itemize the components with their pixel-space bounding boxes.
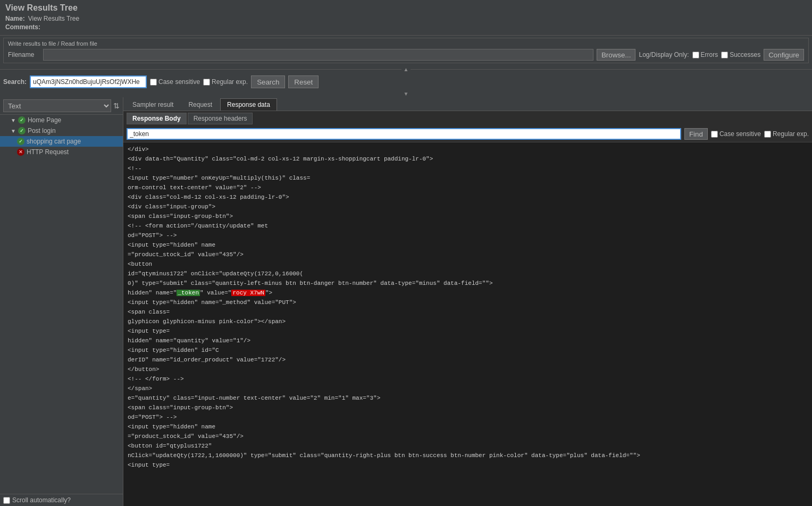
response-line: <input type="hidden" name="_method" valu… — [125, 298, 810, 307]
scroll-auto-label: Scroll automatically? — [12, 496, 71, 504]
write-results-title: Write results to file / Read from file — [8, 40, 804, 47]
write-results-section: Write results to file / Read from file F… — [3, 38, 809, 63]
response-search-input[interactable] — [127, 128, 681, 140]
comments-label: Comments: — [5, 23, 40, 31]
search-input[interactable] — [30, 75, 147, 88]
sidebar-header: Text HTML JSON XML ⇅ — [0, 97, 123, 115]
status-red-icon: ✕ — [17, 148, 24, 156]
search-button[interactable]: Search — [251, 75, 285, 88]
search-section: Search: Case sensitive Regular exp. Sear… — [0, 73, 812, 90]
response-line: ="product_stock_id" value="435"/> — [125, 250, 810, 259]
regex-checkbox[interactable] — [203, 79, 210, 86]
response-line: <!-- — [125, 164, 810, 173]
response-line: 0)" type="submit" class="quantity-left-m… — [125, 279, 810, 288]
filename-input[interactable] — [43, 49, 593, 61]
response-line: hidden" name="quantity" value="1"/> — [125, 336, 810, 345]
response-search-row: Find Case sensitive Regular exp. — [123, 126, 812, 142]
response-case-sensitive-label[interactable]: Case sensitive — [711, 130, 761, 138]
errors-checkbox[interactable] — [692, 52, 699, 58]
app-container: View Results Tree Name: View Results Tre… — [0, 0, 812, 506]
reset-button[interactable]: Reset — [288, 75, 319, 88]
name-label: Name: — [5, 15, 25, 22]
case-sensitive-label[interactable]: Case sensitive — [150, 78, 200, 86]
response-line: e="quantity" class="input-number text-ce… — [125, 393, 810, 403]
sub-tab-response-body[interactable]: Response Body — [127, 113, 187, 124]
response-line: <span class="input-group-btn"> — [125, 212, 810, 221]
response-line: <!-- <form action="/quantity/update" met — [125, 221, 810, 231]
tree-toggle-icon: ▼ — [11, 117, 16, 123]
response-line: <!-- </form> --> — [125, 374, 810, 384]
tab-sampler-result[interactable]: Sampler result — [125, 98, 180, 111]
divider-arrow-icon: ▲ — [401, 66, 411, 72]
errors-checkbox-label[interactable]: Errors — [692, 51, 718, 58]
scroll-auto-checkbox[interactable] — [3, 497, 10, 504]
regex-label[interactable]: Regular exp. — [203, 78, 248, 86]
response-case-sensitive-checkbox[interactable] — [711, 131, 718, 138]
name-value: View Results Tree — [28, 15, 80, 22]
sidebar-item-http-request[interactable]: ✕ HTTP Request — [0, 147, 123, 157]
header: View Results Tree Name: View Results Tre… — [0, 0, 812, 36]
response-line: <div class="col-md-12 col-xs-12 padding-… — [125, 192, 810, 202]
content-area: Text HTML JSON XML ⇅ ▼ ✓ Home Page ▼ ✓ — [0, 97, 812, 506]
sub-tabs: Response Body Response headers — [123, 111, 812, 126]
tab-response-data[interactable]: Response data — [220, 98, 277, 111]
token-highlight: _token — [177, 290, 200, 296]
response-regex-text: Regular exp. — [773, 130, 809, 138]
response-line: orm-control text-center" value="2" --> — [125, 183, 810, 192]
right-panel: Sampler result Request Response data Res… — [123, 97, 812, 506]
response-line: <input type= — [125, 326, 810, 336]
sidebar-item-shopping-cart[interactable]: ✓ shopping cart page — [0, 136, 123, 147]
sidebar-item-label: Home Page — [28, 116, 61, 124]
status-green-icon: ✓ — [17, 138, 24, 145]
case-sensitive-text: Case sensitive — [158, 78, 200, 86]
response-line: </div> — [125, 145, 810, 154]
response-line: glyphicon glyphicon-minus pink-color"></… — [125, 317, 810, 326]
top-divider[interactable]: ▲ — [0, 65, 812, 73]
response-line: id="qtyminus1722" onClick="updateQty(172… — [125, 269, 810, 279]
response-content[interactable]: </div> <div data-th="Quantity" class="co… — [123, 142, 812, 506]
bottom-divider[interactable]: ▼ — [0, 90, 812, 97]
status-green-icon: ✓ — [18, 127, 26, 134]
response-line: nClick="updateQty(1722,1,1600000)" type=… — [125, 451, 810, 460]
main-tabs: Sampler result Request Response data — [123, 97, 812, 111]
response-line: <button — [125, 259, 810, 269]
status-green-icon: ✓ — [18, 116, 26, 124]
sub-tab-response-headers[interactable]: Response headers — [188, 113, 253, 124]
browse-button[interactable]: Browse... — [597, 49, 636, 61]
response-line: <input type="number" onKeyUp="multiply(t… — [125, 173, 810, 183]
successes-checkbox[interactable] — [721, 52, 728, 58]
response-line: <input type="hidden" name — [125, 240, 810, 250]
tree-toggle-icon: ▼ — [11, 128, 16, 134]
response-line: od="POST"> --> — [125, 412, 810, 422]
response-line: od="POST"> --> — [125, 231, 810, 240]
successes-checkbox-label[interactable]: Successes — [721, 51, 760, 58]
find-button[interactable]: Find — [684, 128, 708, 140]
response-line: <span class="input-group-btn"> — [125, 403, 810, 412]
scroll-auto: Scroll automatically? — [0, 494, 123, 506]
response-case-sensitive-text: Case sensitive — [719, 130, 761, 138]
response-line: </span> — [125, 384, 810, 393]
response-line: <span class= — [125, 307, 810, 317]
sidebar-items: ▼ ✓ Home Page ▼ ✓ Post login ✓ shopping … — [0, 115, 123, 494]
token-value-highlight: rocy X7wN — [231, 290, 265, 296]
response-regex-label[interactable]: Regular exp. — [764, 130, 809, 138]
case-sensitive-checkbox[interactable] — [150, 79, 157, 86]
response-line: </button> — [125, 365, 810, 374]
sidebar-item-label: shopping cart page — [27, 138, 81, 145]
sidebar-item-home-page[interactable]: ▼ ✓ Home Page — [0, 115, 123, 125]
filename-label: Filename — [8, 51, 40, 58]
errors-label: Errors — [701, 51, 718, 58]
response-line: <input type="hidden" name — [125, 422, 810, 432]
response-line: hidden" name="_token" value="rocy X7wN"> — [125, 288, 810, 298]
response-regex-checkbox[interactable] — [764, 131, 771, 138]
sidebar: Text HTML JSON XML ⇅ ▼ ✓ Home Page ▼ ✓ — [0, 97, 123, 506]
response-line: <div data-th="Quantity" class="col-md-2 … — [125, 154, 810, 164]
response-line: <div class="input-group"> — [125, 202, 810, 212]
response-line: ="product_stock_id" value="435"/> — [125, 432, 810, 441]
response-line: derID" name="id_order_product" value="17… — [125, 355, 810, 365]
sidebar-item-post-login[interactable]: ▼ ✓ Post login — [0, 125, 123, 136]
response-line: <button id="qtyplus1722" — [125, 441, 810, 451]
text-dropdown[interactable]: Text HTML JSON XML — [3, 99, 111, 112]
tab-request[interactable]: Request — [181, 98, 219, 111]
configure-button[interactable]: Configure — [764, 49, 804, 61]
